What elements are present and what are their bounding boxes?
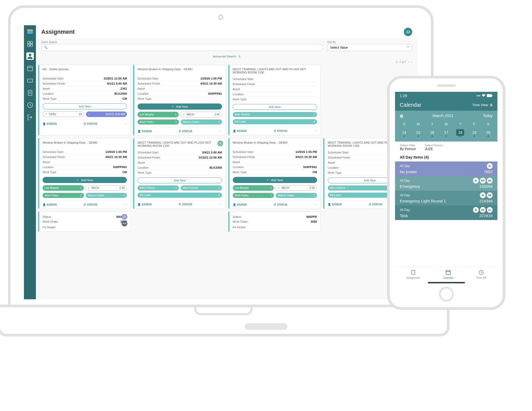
assign-button[interactable]: 👤 ASSIGN	[328, 203, 342, 206]
assignee-pill[interactable]: Lee Murphy-1	[233, 185, 274, 191]
calendar-title: Calendar	[400, 102, 421, 108]
assignee-pill[interactable]: Mike Pedrick-1	[233, 112, 317, 117]
detail-row: LocationBLK2000	[138, 165, 222, 170]
calendar-date[interactable]: 20	[481, 129, 495, 138]
chevron-right-icon: ›	[420, 146, 421, 149]
logo-icon[interactable]	[26, 28, 34, 35]
assignee-pill[interactable]: ✓TIER2-23	[43, 111, 84, 117]
calendar-icon[interactable]	[26, 65, 34, 72]
add-new-button[interactable]: ✓Add New	[138, 103, 222, 110]
chevron-up-icon: ⌃	[407, 46, 409, 49]
status-button[interactable]: ⏱ STATUS	[274, 130, 288, 132]
cal-toggle-icon[interactable]: ▦	[400, 114, 403, 118]
clock-icon[interactable]	[26, 101, 34, 109]
more-icon[interactable]: ⋯	[124, 203, 127, 206]
assignee-pill[interactable]: ✓MECH-2:30	[275, 185, 317, 191]
add-new-button[interactable]: ✓Add New	[43, 177, 127, 183]
clock-icon: ⏱	[274, 203, 276, 206]
add-new-button[interactable]: ✓Add New	[233, 177, 317, 183]
assign-button[interactable]: 👤 ASSIGN	[233, 203, 247, 206]
card-badge: TK	[217, 140, 223, 146]
today-button[interactable]: Today	[483, 114, 493, 118]
assignee-pill[interactable]: Warren Gates-1	[276, 193, 317, 198]
grid-icon[interactable]	[26, 40, 34, 48]
assignee-pill[interactable]: Mark Finley-1	[233, 193, 274, 198]
nav-time-off[interactable]: Time Off	[476, 269, 486, 279]
assign-button[interactable]: 👤 ASSIGN	[43, 122, 57, 125]
status-button[interactable]: ⏱ STATUS	[84, 203, 97, 206]
more-icon[interactable]: ⋯	[314, 129, 317, 133]
assign-button[interactable]: 👤 ASSIGN	[138, 203, 152, 206]
add-new-button[interactable]: Add New	[233, 104, 317, 110]
pill-row: Mark Finley-1Warren Gates-1	[230, 192, 320, 199]
calendar-event[interactable]: All DayJL No power7852	[395, 161, 497, 176]
status-button[interactable]: ⏱ STATUS	[84, 122, 97, 125]
add-new-button[interactable]: Add New	[43, 103, 127, 109]
phone-frame: 1:29 ••• Calendar Time View ⊞ ▦ March 20…	[387, 76, 505, 310]
assignee-pill[interactable]: Lee Murphy-1	[43, 185, 84, 191]
assign-button[interactable]: 👤 ASSIGN	[43, 203, 57, 206]
quick-search-input[interactable]	[41, 44, 323, 51]
calendar-event[interactable]: All DayJLSB Emergency Light Round 121434…	[395, 191, 497, 205]
status-button[interactable]: ⏱ STATUS	[178, 203, 192, 206]
add-new-button[interactable]: Add New	[138, 177, 222, 183]
clock-icon: ⏱	[84, 203, 86, 206]
assignee-pill[interactable]: Lee Murphy-1	[138, 112, 179, 117]
pill-row: Lee Murphy-1✓MECH-2:30	[39, 184, 130, 192]
more-icon[interactable]: ⋯	[314, 203, 317, 206]
assignee-pill[interactable]: Bill Lewis-4	[138, 193, 222, 198]
calendar-event[interactable]: All DayJLDPHA Emergency155094	[395, 176, 497, 191]
status-bar: 1:29 •••	[395, 92, 497, 100]
filter-by[interactable]: Select Filter By Person	[400, 144, 416, 151]
more-icon[interactable]: ⋯	[124, 122, 127, 126]
logout-icon[interactable]	[26, 114, 34, 121]
svg-rect-20	[446, 271, 450, 275]
assignee-pill[interactable]: Mike Pedrick-1	[138, 185, 179, 190]
next-page-icon[interactable]: ›	[412, 61, 412, 64]
sort-label: Sort By	[327, 41, 412, 44]
assignee-pill[interactable]: Mark Finley-1	[138, 119, 179, 124]
clipboard-icon[interactable]	[26, 89, 34, 97]
detail-row: Scheduled Finish4/1/21 6:00 AM	[43, 81, 127, 86]
user-avatar[interactable]: JJ	[404, 28, 412, 36]
prev-page-icon[interactable]: ‹	[408, 61, 409, 64]
more-icon[interactable]: ⋯	[219, 130, 222, 133]
assignee-pill[interactable]: Mike Pedrick-1	[181, 185, 222, 190]
calendar-date[interactable]: 15	[411, 129, 425, 138]
assignee-pill[interactable]: ✓MECH-2:30	[180, 112, 222, 117]
more-icon[interactable]: ⋯	[219, 203, 222, 206]
filter-person[interactable]: Select Person JLEE	[425, 144, 443, 151]
detail-row: Scheduled Start3/28/21 12:00 AM	[43, 76, 127, 81]
sort-value: Select Value	[330, 46, 348, 49]
time-view-button[interactable]: Time View ⊞	[472, 103, 493, 107]
person-icon[interactable]	[26, 52, 34, 60]
wifi-icon	[481, 94, 486, 98]
calendar-date[interactable]: 19	[467, 129, 481, 138]
quick-search-label: Quick Search	[41, 41, 323, 44]
nav-calendar[interactable]: Calendar	[443, 269, 454, 279]
assignee-pill[interactable]: ✓MECH-2:30	[85, 185, 127, 191]
detail-row: Work TypeCM	[43, 170, 127, 175]
phone-home-button[interactable]	[439, 287, 454, 301]
detail-row: Scheduled Start1/29/20 1:05 PM	[43, 150, 127, 155]
calendar-date[interactable]: 17	[439, 129, 453, 138]
card-icon[interactable]	[26, 77, 34, 84]
calendar-event[interactable]: All DayJLAFLL Task222816	[395, 205, 497, 220]
assignee-pill[interactable]: Warren Gates-1	[181, 119, 222, 124]
advanced-search-link[interactable]: Advanced Search ⎘	[36, 53, 418, 60]
assignee-pill[interactable]: Mark Finley-1	[43, 193, 84, 198]
nav-assignment[interactable]: Assignment	[406, 269, 420, 279]
calendar-date[interactable]: 16	[425, 129, 439, 138]
status-button[interactable]: ⏱ STATUS	[178, 130, 192, 133]
assignee-pill[interactable]: ✓3/22/21 9:00 AM	[86, 111, 127, 117]
assignee-pill[interactable]: Warren Gates-1	[86, 193, 127, 198]
status-button[interactable]: ⏱ STATUS	[369, 203, 383, 206]
assign-button[interactable]: 👤 ASSIGN	[138, 130, 152, 133]
calendar-date[interactable]: 18	[453, 129, 467, 138]
status-button[interactable]: ⏱ STATUS	[274, 203, 288, 206]
assignee-pill[interactable]: Bill Lewis-4	[233, 119, 317, 124]
sidebar	[24, 25, 36, 299]
sort-select[interactable]: Select Value ⌃	[327, 44, 412, 51]
assign-button[interactable]: 👤 ASSIGN	[233, 130, 247, 132]
calendar-date[interactable]: 14	[397, 129, 411, 138]
